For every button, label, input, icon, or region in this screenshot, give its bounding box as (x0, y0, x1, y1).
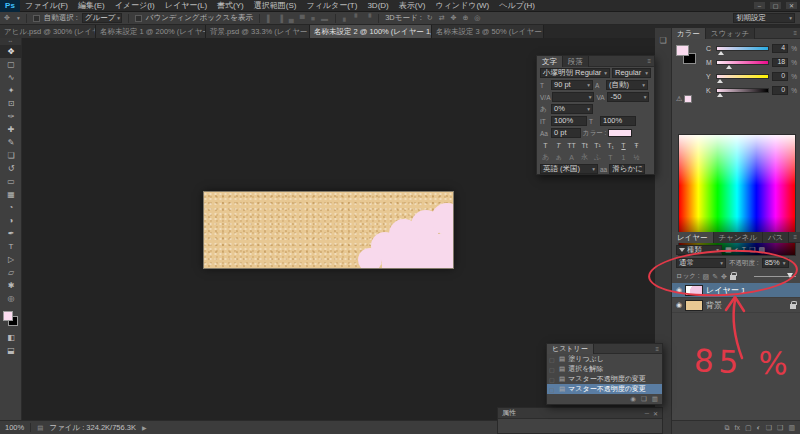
foreground-color-swatch[interactable] (3, 311, 13, 321)
tab-layers[interactable]: レイヤー (672, 232, 714, 243)
eraser-tool[interactable]: ▭ (0, 175, 22, 188)
tab-channels[interactable]: チャンネル (714, 232, 763, 243)
zoom-level-field[interactable]: 100% (5, 423, 24, 432)
faux-bold-button[interactable]: T (540, 142, 551, 149)
status-expander-icon[interactable]: ▶ (142, 424, 147, 431)
tab-color[interactable]: カラー (672, 28, 706, 39)
auto-select-dropdown[interactable]: グループ▾ (82, 13, 122, 23)
small-caps-button[interactable]: Tt (579, 142, 590, 149)
menu-type[interactable]: 書式(Y) (212, 0, 249, 12)
auto-select-checkbox[interactable] (33, 15, 40, 22)
baseline-field[interactable]: 0 pt (551, 128, 581, 138)
cyan-value-field[interactable]: 4 (772, 44, 788, 53)
3d-scale-icon[interactable]: ◎ (473, 14, 481, 22)
eyedropper-tool[interactable]: ✑ (0, 110, 22, 123)
type-tool[interactable]: T (0, 240, 22, 253)
font-style-dropdown[interactable]: Regular▾ (612, 68, 651, 78)
standard-kana-button[interactable]: あ (540, 152, 551, 162)
superscript-button[interactable]: T¹ (592, 142, 603, 149)
history-step-opacity-change[interactable]: ▢ ▤ マスター不透明度の変更 (547, 374, 662, 384)
history-step-fill[interactable]: ▢ ▤ 塗りつぶし (547, 354, 662, 364)
kanji-style-button[interactable]: 永 (579, 152, 590, 162)
history-brush-tool[interactable]: ↺ (0, 162, 22, 175)
delete-state-icon[interactable]: ▥ (652, 395, 658, 403)
roman-italics-button[interactable]: A (566, 154, 577, 161)
canvas-document[interactable] (204, 192, 453, 268)
font-size-field[interactable]: 90 pt▾ (551, 80, 593, 90)
history-source-checkbox[interactable]: ▢ (549, 356, 556, 363)
marquee-tool[interactable]: ▢ (0, 58, 22, 71)
link-layers-icon[interactable]: ⧉ (725, 424, 730, 432)
menu-window[interactable]: ウィンドウ(W) (430, 0, 494, 12)
zoom-tool[interactable]: ◎ (0, 292, 22, 305)
new-snapshot-icon[interactable]: ❑ (641, 395, 647, 403)
yellow-value-field[interactable]: 0 (772, 72, 788, 81)
leading-field[interactable]: (自動)▾ (606, 80, 648, 90)
all-caps-button[interactable]: TT (566, 142, 577, 149)
maximize-button[interactable]: ▢ (769, 1, 782, 10)
align-bottom-icon[interactable]: ▬ (320, 15, 329, 22)
document-tab[interactable]: 名称未設定 1 @ 200% (レイヤー 1, RGB/8) *× (96, 25, 206, 38)
cyan-slider[interactable] (716, 46, 769, 51)
brush-tool[interactable]: ✎ (0, 136, 22, 149)
panel-menu-icon[interactable]: ≡ (655, 346, 662, 352)
menu-select[interactable]: 選択範囲(S) (249, 0, 302, 12)
document-tab[interactable]: 背景.psd @ 33.3% (レイヤー 0, RGB/8#) *× (206, 25, 310, 38)
blur-tool[interactable]: ◔ (0, 201, 22, 214)
menu-file[interactable]: ファイル(F) (20, 0, 73, 12)
menu-filter[interactable]: フィルター(T) (301, 0, 362, 12)
close-panel-icon[interactable]: ✕ (653, 410, 658, 417)
history-source-checkbox[interactable]: ▢ (549, 366, 556, 373)
magenta-slider[interactable] (716, 60, 769, 65)
layer-style-fx-icon[interactable]: fx (735, 424, 740, 431)
history-source-checkbox[interactable]: ▢ (549, 376, 556, 383)
kerning-field[interactable]: ▾ (552, 92, 594, 102)
pen-tool[interactable]: ✒ (0, 227, 22, 240)
3d-roll-icon[interactable]: ⇄ (438, 14, 446, 22)
history-source-checkbox[interactable]: ▢ (549, 386, 556, 393)
collapsed-panel-icon[interactable]: ❏ (655, 36, 671, 45)
close-button[interactable]: ✕ (785, 1, 798, 10)
tab-swatches[interactable]: スウォッチ (706, 28, 755, 39)
adjustment-layer-icon[interactable]: ◐ (757, 424, 761, 431)
move-tool[interactable]: ✥ (0, 45, 22, 58)
horizontal-scale-field[interactable]: 100% (600, 116, 636, 126)
new-group-icon[interactable]: ❏ (766, 424, 772, 432)
new-layer-icon[interactable]: ❑ (777, 424, 783, 432)
document-tab-active[interactable]: 名称未設定 2 @ 100% (レイヤー 1, RGB/8) *× (310, 25, 432, 38)
black-value-field[interactable]: 0 (772, 86, 788, 95)
underline-button[interactable]: T (618, 142, 629, 149)
text-color-swatch[interactable] (608, 129, 632, 137)
panel-menu-icon[interactable]: ≡ (793, 30, 800, 36)
ligature-button[interactable]: ふ (592, 152, 603, 162)
history-step-opacity-change-selected[interactable]: ▢ ▤ マスター不透明度の変更 (547, 384, 662, 394)
ot-type-button[interactable]: T (605, 154, 616, 161)
menu-view[interactable]: 表示(V) (394, 0, 431, 12)
gradient-tool[interactable]: ▦ (0, 188, 22, 201)
minimize-button[interactable]: – (753, 1, 766, 10)
delete-layer-icon[interactable]: ▥ (788, 424, 795, 432)
document-tab[interactable]: アヒル.psd @ 300% (レイヤー 1, RGB/8) *× (0, 25, 96, 38)
crop-tool[interactable]: ⊡ (0, 97, 22, 110)
3d-rotate-icon[interactable]: ↻ (426, 14, 434, 22)
distribute-bottom-icon[interactable]: ▝ (365, 14, 372, 22)
tsume-field[interactable]: 0%▾ (551, 104, 593, 114)
document-tab[interactable]: 名称未設定 3 @ 50% (レイヤー 2, RGB/8) *× (432, 25, 544, 38)
history-step-deselect[interactable]: ▢ ▤ 選択を解除 (547, 364, 662, 374)
toolbar-grip[interactable]: ▪▪ (0, 38, 21, 45)
tab-character[interactable]: 文字 (537, 56, 563, 67)
hand-tool[interactable]: ✱ (0, 279, 22, 292)
menu-edit[interactable]: 編集(E) (73, 0, 110, 12)
strikethrough-button[interactable]: Ŧ (631, 142, 642, 149)
align-top-icon[interactable]: ▀ (299, 15, 306, 22)
align-right-icon[interactable]: ▄ (288, 15, 295, 22)
3d-drag-icon[interactable]: ✥ (450, 14, 458, 22)
language-dropdown[interactable]: 英語 (米国)▾ (540, 164, 598, 174)
gamut-warning-icon[interactable]: ⚠ (676, 95, 692, 103)
bounding-box-checkbox[interactable] (135, 15, 142, 22)
tool-preset-arrow-icon[interactable]: ▾ (17, 15, 20, 21)
distribute-top-icon[interactable]: ▖ (342, 14, 349, 22)
ordinals-button[interactable]: 1 (618, 154, 629, 161)
layer-thumbnail[interactable] (685, 300, 703, 311)
font-family-dropdown[interactable]: 小塚明朝 Regular▾ (540, 68, 610, 78)
